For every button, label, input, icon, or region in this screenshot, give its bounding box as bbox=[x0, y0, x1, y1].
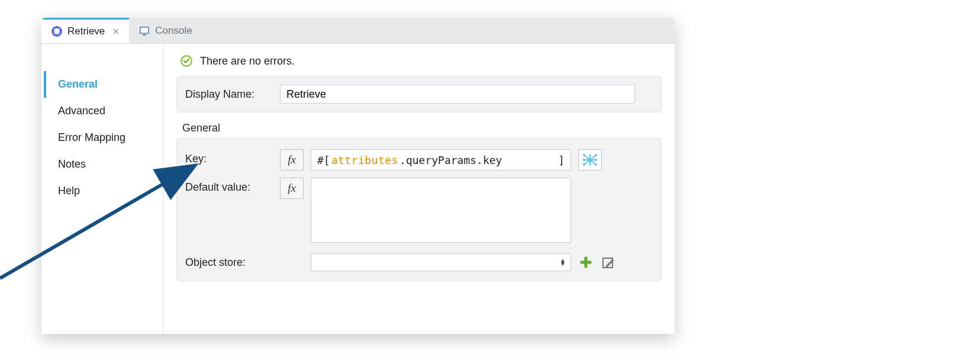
check-circle-icon bbox=[180, 54, 193, 68]
sidebar-item-error-mapping[interactable]: Error Mapping bbox=[44, 124, 163, 151]
tab-label: Console bbox=[155, 25, 192, 37]
editor-window: Retrieve ✕ Console General Advanced Erro… bbox=[41, 18, 675, 334]
display-name-input[interactable] bbox=[280, 85, 635, 104]
svg-rect-16 bbox=[581, 261, 591, 263]
tab-retrieve[interactable]: Retrieve ✕ bbox=[41, 18, 129, 43]
chevron-up-down-icon: ▲▼ bbox=[560, 259, 566, 266]
main-pane: There are no errors. Display Name: Gener… bbox=[163, 44, 675, 334]
sidebar-item-general[interactable]: General bbox=[44, 71, 163, 98]
close-icon[interactable]: ✕ bbox=[112, 26, 120, 37]
key-expression-field[interactable]: #[ attributes .queryParams.key ] bbox=[311, 149, 571, 171]
plus-icon bbox=[579, 256, 592, 269]
key-expr-prefix: #[ bbox=[317, 154, 330, 166]
section-title: General bbox=[176, 121, 662, 138]
status-row: There are no errors. bbox=[176, 52, 662, 76]
general-group: Key: fx #[ attributes .queryParams.key ] bbox=[176, 138, 662, 281]
svg-point-10 bbox=[595, 154, 597, 156]
stack-icon bbox=[51, 25, 63, 37]
fx-button-key[interactable]: fx bbox=[280, 149, 304, 171]
sidebar-item-label: Advanced bbox=[58, 105, 105, 117]
sidebar: General Advanced Error Mapping Notes Hel… bbox=[41, 44, 163, 334]
editor-body: General Advanced Error Mapping Notes Hel… bbox=[41, 44, 675, 334]
add-button[interactable] bbox=[578, 255, 594, 270]
console-icon bbox=[138, 25, 150, 37]
svg-point-12 bbox=[595, 159, 597, 161]
status-message: There are no errors. bbox=[200, 55, 295, 68]
svg-rect-6 bbox=[143, 34, 146, 36]
sidebar-item-advanced[interactable]: Advanced bbox=[44, 98, 163, 124]
object-store-label: Object store: bbox=[185, 256, 273, 269]
object-store-select[interactable]: ▲▼ bbox=[311, 253, 571, 271]
key-label: Key: bbox=[185, 149, 273, 165]
sidebar-item-label: General bbox=[58, 78, 98, 90]
dataweave-icon bbox=[582, 153, 598, 167]
key-expr-suffix: ] bbox=[558, 154, 565, 166]
svg-rect-5 bbox=[141, 27, 149, 33]
tab-label: Retrieve bbox=[67, 25, 105, 37]
display-name-group: Display Name: bbox=[176, 76, 662, 112]
sidebar-item-notes[interactable]: Notes bbox=[44, 151, 163, 178]
sidebar-item-label: Notes bbox=[58, 158, 86, 170]
display-name-label: Display Name: bbox=[185, 88, 273, 101]
fx-button-default-value[interactable]: fx bbox=[280, 178, 304, 199]
sidebar-item-help[interactable]: Help bbox=[44, 178, 163, 204]
sidebar-item-label: Help bbox=[58, 185, 80, 197]
tab-console[interactable]: Console bbox=[129, 18, 201, 43]
svg-point-3 bbox=[54, 32, 60, 34]
default-value-input[interactable] bbox=[311, 178, 571, 243]
default-value-label: Default value: bbox=[185, 178, 273, 194]
svg-point-14 bbox=[595, 163, 597, 166]
key-expr-attributes: attributes bbox=[331, 154, 398, 166]
tab-bar: Retrieve ✕ Console bbox=[41, 18, 675, 44]
svg-point-9 bbox=[583, 154, 585, 156]
dataweave-button[interactable] bbox=[578, 149, 602, 171]
svg-point-11 bbox=[583, 159, 585, 161]
pencil-box-icon bbox=[602, 256, 615, 269]
svg-point-13 bbox=[583, 163, 585, 166]
sidebar-item-label: Error Mapping bbox=[58, 131, 125, 143]
edit-button[interactable] bbox=[601, 255, 616, 270]
key-expr-rest: .queryParams.key bbox=[399, 154, 502, 166]
